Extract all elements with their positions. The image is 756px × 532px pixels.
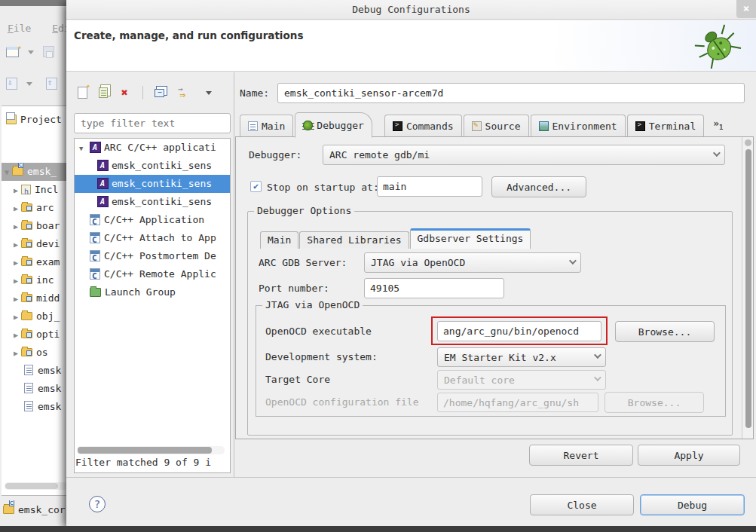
background-titlebar	[0, 0, 72, 6]
tab-commands[interactable]: Commands	[384, 115, 462, 137]
debugger-select[interactable]: ARC remote gdb/mi	[323, 145, 725, 165]
tree-row[interactable]: ▶arc	[2, 199, 72, 217]
config-tabbar: Main Debugger Commands Source Environmen…	[240, 112, 749, 137]
openocd-executable-input[interactable]	[437, 321, 601, 341]
tree-item-cpp-remote[interactable]: C/C++ Remote Applic	[75, 265, 230, 283]
scroll-up-icon[interactable]	[745, 139, 751, 146]
name-input[interactable]	[277, 83, 745, 103]
tree-item-config[interactable]: emsk_contiki_sens	[75, 157, 230, 175]
port-number-label: Port number:	[259, 283, 329, 294]
toolbar-chevron-icon[interactable]	[26, 82, 32, 86]
collapse-all-icon[interactable]: −	[155, 89, 164, 97]
import-icon[interactable]	[6, 78, 17, 90]
dialog-titlebar[interactable]: Debug Configurations	[66, 0, 756, 20]
tree-item-config-selected[interactable]: emsk_contiki_sens	[75, 175, 230, 193]
tab-main[interactable]: Main	[240, 115, 293, 137]
launch-group-icon	[90, 288, 101, 297]
tree-row[interactable]: ▶Incl	[2, 181, 72, 199]
menu-file[interactable]: File	[0, 20, 38, 34]
tab-terminal[interactable]: Terminal	[627, 115, 705, 137]
tree-item-cpp-postmortem[interactable]: C/C++ Postmortem De	[75, 247, 230, 265]
tree-horizontal-scrollbar[interactable]	[77, 446, 225, 454]
new-wizard-chevron-icon[interactable]	[28, 50, 34, 54]
tree-item-launch-group[interactable]: Launch Group	[75, 283, 230, 301]
chevron-down-icon	[569, 257, 577, 264]
folder-icon	[21, 222, 32, 230]
filter-input[interactable]	[74, 113, 231, 133]
stop-on-startup-checkbox[interactable]: ✔	[250, 181, 262, 192]
includes-icon	[21, 185, 31, 194]
tree-row[interactable]: ▶opti	[2, 326, 72, 344]
tree-row[interactable]: ▶boar	[2, 217, 72, 235]
commands-tab-icon	[393, 121, 402, 131]
cpp-config-icon	[90, 250, 100, 261]
dialog-banner: Create, manage, and run configurations	[66, 20, 756, 72]
browse-button[interactable]: Browse...	[615, 321, 715, 342]
footer-separator	[66, 477, 756, 478]
arc-config-icon	[97, 196, 109, 207]
scrollbar-thumb[interactable]	[745, 149, 751, 428]
development-system-label: Development system:	[265, 351, 378, 362]
project-explorer-panel: Project ▼emsk_ ▶Incl ▶arc ▶boar ▶devi ▶e…	[2, 105, 72, 496]
tab-environment[interactable]: Environment	[531, 115, 626, 137]
panel-sash[interactable]	[234, 72, 234, 477]
development-system-select[interactable]: EM Starter Kit v2.x	[437, 347, 606, 367]
tab-shared-libraries[interactable]: Shared Libraries	[299, 231, 409, 249]
tree-row[interactable]: emsk	[2, 398, 72, 416]
background-ide-window: File Edit Project ▼emsk_ ▶Incl ▶arc ▶boa…	[0, 0, 72, 532]
tab-gdbserver-settings[interactable]: Gdbserver Settings	[410, 228, 531, 249]
folder-icon	[21, 312, 32, 320]
debugger-label: Debugger:	[249, 149, 301, 161]
apply-button[interactable]: Apply	[638, 445, 740, 466]
port-number-input[interactable]	[364, 278, 504, 298]
dialog-title: Debug Configurations	[352, 4, 470, 15]
close-button[interactable]: Close	[530, 494, 634, 515]
tree-row[interactable]: ▼emsk_	[2, 163, 72, 181]
help-icon[interactable]: ?	[89, 496, 106, 512]
target-core-select: Default core	[437, 370, 606, 390]
chevron-down-icon	[713, 149, 721, 157]
tab-source[interactable]: Source	[464, 115, 529, 137]
tree-row[interactable]: ▶os	[2, 344, 72, 362]
export-icon[interactable]	[46, 78, 57, 90]
tab-gdb-main[interactable]: Main	[260, 231, 298, 249]
save-icon[interactable]	[43, 46, 54, 57]
tab-debugger[interactable]: Debugger	[295, 112, 372, 138]
openocd-config-file-input	[437, 393, 598, 412]
stop-on-startup-input[interactable]	[377, 176, 482, 197]
tree-item-arc-application[interactable]: ▼ARC C/C++ applicati	[75, 139, 230, 157]
new-wizard-icon[interactable]	[6, 47, 19, 57]
tree-row[interactable]: ▶devi	[2, 235, 72, 253]
tree-row[interactable]: emsk	[2, 380, 72, 398]
tab-project-explorer[interactable]: Project	[2, 106, 72, 131]
arc-gdb-server-select[interactable]: JTAG via OpenOCD	[364, 252, 581, 273]
explorer-horizontal-scrollbar[interactable]	[5, 482, 68, 490]
duplicate-configuration-icon[interactable]	[99, 87, 108, 98]
new-configuration-icon[interactable]	[78, 87, 87, 99]
tab-overflow-indicator[interactable]: »1	[713, 118, 723, 137]
configurations-tree: ▼ARC C/C++ applicati emsk_contiki_sens e…	[74, 138, 231, 473]
tree-row[interactable]: emsk	[2, 362, 72, 380]
main-tab-icon	[248, 121, 258, 131]
close-icon[interactable]: ×	[736, 0, 756, 18]
tree-item-cpp-application[interactable]: C/C++ Application	[75, 211, 230, 229]
tree-item-cpp-attach[interactable]: C/C++ Attach to App	[75, 229, 230, 247]
project-tree: ▼emsk_ ▶Incl ▶arc ▶boar ▶devi ▶exam ▶inc…	[2, 163, 72, 416]
banner-title: Create, manage, and run configurations	[74, 29, 303, 41]
advanced-button[interactable]: Advanced...	[491, 176, 586, 197]
toolbar-menu-chevron-icon[interactable]	[206, 91, 212, 95]
debugger-options-tabbar: Main Shared Libraries Gdbserver Settings	[260, 228, 531, 249]
revert-button[interactable]: Revert	[529, 445, 633, 466]
vertical-scrollbar[interactable]	[742, 137, 753, 439]
tree-row[interactable]: ▶exam	[2, 253, 72, 271]
tree-row[interactable]: ▶midd	[2, 289, 72, 307]
statusbar-text: emsk_cor	[18, 504, 66, 515]
tree-item-config[interactable]: emsk_contiki_sens	[75, 193, 230, 211]
ide-statusbar: emsk_cor	[0, 500, 72, 523]
source-tab-icon	[472, 121, 482, 131]
delete-configuration-icon[interactable]: ✖	[121, 87, 128, 99]
tree-row[interactable]: ▶inc	[2, 271, 72, 289]
debug-button[interactable]: Debug	[640, 494, 745, 515]
tree-row[interactable]: ▶obj_	[2, 307, 72, 326]
filter-launch-configurations-icon[interactable]	[178, 87, 190, 98]
